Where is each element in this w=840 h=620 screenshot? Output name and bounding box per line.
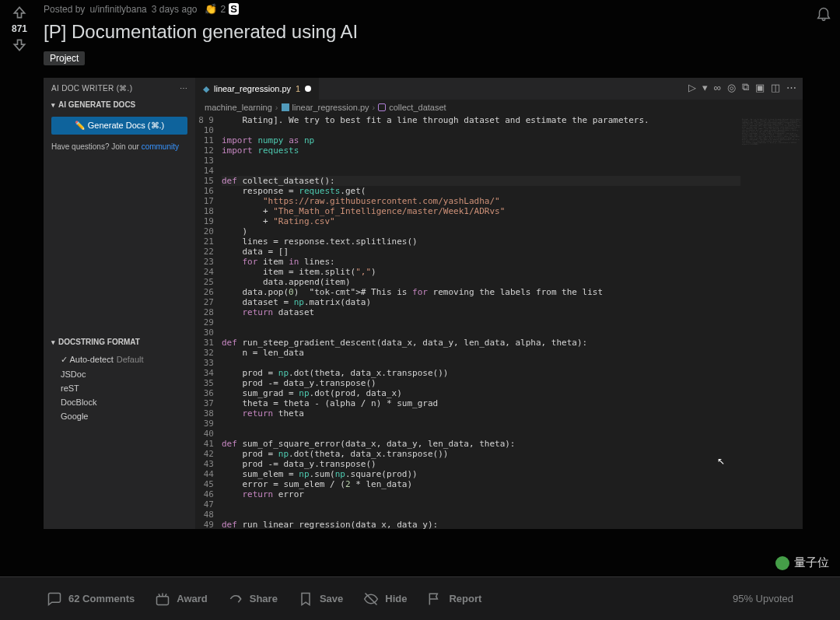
eye-icon[interactable]: ◎ <box>727 82 736 93</box>
post-flair[interactable]: Project <box>44 51 85 65</box>
share-button[interactable]: Share <box>228 591 278 607</box>
save-button[interactable]: Save <box>298 591 343 607</box>
link-icon[interactable]: ∞ <box>714 82 721 93</box>
award-badges[interactable]: 👏 2 S <box>205 3 238 15</box>
post-byline: Posted by u/infinitlybana 3 days ago 👏 2… <box>44 3 803 15</box>
ide-sidebar: AI DOC WRITER (⌘.) ⋯ AI GENERATE DOCS ✏️… <box>44 78 195 529</box>
bell-icon[interactable] <box>815 5 832 22</box>
cursor-pointer-icon: ↖ <box>717 456 725 467</box>
more-icon[interactable]: ⋯ <box>786 82 796 93</box>
award-applause-icon: 👏 <box>205 3 217 15</box>
downvote-icon[interactable] <box>12 37 27 53</box>
symbol-icon <box>378 103 386 111</box>
community-link[interactable]: community <box>142 142 179 151</box>
ide-screenshot: AI DOC WRITER (⌘.) ⋯ AI GENERATE DOCS ✏️… <box>44 78 803 529</box>
docformat-auto[interactable]: Auto-detectDefault <box>44 352 195 367</box>
editor-toolbar: ▷ ▾ ∞ ◎ ⧉ ▣ ◫ ⋯ <box>688 81 796 93</box>
docformat-rest[interactable]: reST <box>44 381 195 395</box>
upvote-icon[interactable] <box>12 5 27 20</box>
run-icon[interactable]: ▷ <box>688 82 696 93</box>
book-icon[interactable]: ▣ <box>755 82 765 93</box>
comments-button[interactable]: 62 Comments <box>47 591 135 607</box>
svg-rect-0 <box>157 596 169 604</box>
author-link[interactable]: u/infinitlybana <box>89 4 146 15</box>
upvote-percentage: 95% Upvoted <box>733 593 793 604</box>
docformat-jsdoc[interactable]: JSDoc <box>44 367 195 381</box>
community-line: Have questions? Join our community <box>44 138 195 156</box>
generate-docs-button[interactable]: ✏️ Generate Docs (⌘.) <box>51 117 187 135</box>
docformat-docblock[interactable]: DocBlock <box>44 395 195 409</box>
editor-area: ◆ linear_regression.py 1 ▷ ▾ ∞ ◎ ⧉ ▣ ◫ ⋯ <box>195 78 803 529</box>
vote-score: 871 <box>12 23 27 34</box>
file-icon <box>282 103 289 111</box>
wechat-icon <box>775 556 789 570</box>
python-file-icon: ◆ <box>203 84 209 94</box>
watermark: 量子位 <box>775 555 829 570</box>
dropdown-icon[interactable]: ▾ <box>702 82 708 93</box>
diff-icon[interactable]: ⧉ <box>742 81 749 93</box>
generate-section-header[interactable]: AI GENERATE DOCS <box>44 97 195 114</box>
award-s-icon: S <box>229 3 239 15</box>
tab-modified-icon <box>305 86 311 92</box>
hide-button[interactable]: Hide <box>363 591 407 607</box>
report-button[interactable]: Report <box>427 591 481 607</box>
minimap[interactable]: Rating]. We try to best fit a line throu… <box>740 115 803 529</box>
post-actions-bar: 62 Comments Award Share Save Hide Report… <box>0 576 840 620</box>
breadcrumb[interactable]: machine_learning› linear_regression.py› … <box>195 100 803 115</box>
sidebar-title: AI DOC WRITER (⌘.) <box>51 84 132 93</box>
award-button[interactable]: Award <box>155 591 208 607</box>
docformat-google[interactable]: Google <box>44 409 195 423</box>
tab-linear-regression[interactable]: ◆ linear_regression.py 1 <box>195 78 319 100</box>
sidebar-more-icon[interactable]: ⋯ <box>180 84 187 93</box>
post-title: [P] Documentation generated using AI <box>44 21 803 43</box>
split-icon[interactable]: ◫ <box>771 82 780 93</box>
code-editor[interactable]: 8 9 10 11 12 13 14 15 16 17 18 19 20 21 … <box>195 115 803 529</box>
docstring-section-header[interactable]: DOCSTRING FORMAT <box>44 335 195 351</box>
